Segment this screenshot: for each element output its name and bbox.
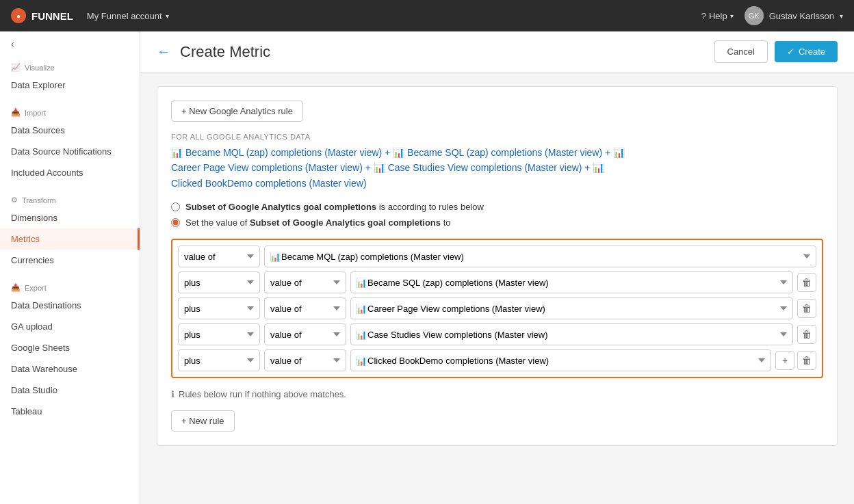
metric-select-5[interactable]: Clicked BookDemo completions (Master vie… <box>350 349 771 371</box>
sidebar-item-label: Tableau <box>11 406 42 416</box>
topnav: ● FUNNEL My Funnel account ▾ ? Help ▾ GK… <box>0 0 854 31</box>
new-ga-rule-button[interactable]: + New Google Analytics rule <box>171 101 303 122</box>
metric-wrapper-5: 📊 Clicked BookDemo completions (Master v… <box>350 349 771 371</box>
sidebar-item-label: Data Sources <box>11 125 65 135</box>
help-caret-icon: ▾ <box>730 12 734 20</box>
radio-subset-label: Subset of Google Analytics goal completi… <box>185 202 484 212</box>
user-menu[interactable]: GK Gustav Karlsson ▾ <box>745 6 843 25</box>
add-row-button[interactable]: + <box>775 351 794 370</box>
metric-part-3: Career Page View completions (Master vie… <box>171 162 363 173</box>
create-button[interactable]: ✓ Create <box>775 41 838 62</box>
metric-part-1: Became MQL (zap) completions (Master vie… <box>185 147 382 158</box>
sidebar-item-data-explorer[interactable]: Data Explorer <box>0 75 140 96</box>
account-caret-icon: ▾ <box>166 12 169 20</box>
create-label: Create <box>799 47 825 57</box>
plus-separator-2: + <box>605 147 613 158</box>
sidebar-item-included-accounts[interactable]: Included Accounts <box>0 162 140 183</box>
chart-icon-4: 📊 <box>374 162 385 173</box>
sidebar-toggle[interactable]: ‹ <box>0 31 140 56</box>
sidebar-item-currencies[interactable]: Currencies <box>0 250 140 271</box>
help-button[interactable]: ? Help ▾ <box>701 11 734 21</box>
sidebar-item-tableau[interactable]: Tableau <box>0 401 140 422</box>
metric-part-5: Clicked BookDemo completions (Master vie… <box>171 178 367 189</box>
row-5-actions: + 🗑 <box>775 351 816 370</box>
back-button[interactable]: ← <box>157 44 170 59</box>
metric-part-2: Became SQL (zap) completions (Master vie… <box>407 147 602 158</box>
import-icon: 📥 <box>11 108 21 117</box>
content-area: + New Google Analytics rule FOR ALL GOOG… <box>140 72 854 460</box>
metric-select-1[interactable]: Became MQL (zap) completions (Master vie… <box>264 246 816 267</box>
operator-select-1[interactable]: value of <box>178 246 260 267</box>
formula-row-5: plus minus multiply by divide by value o… <box>178 349 816 371</box>
sidebar-item-label: Metrics <box>11 234 40 244</box>
topnav-right: ? Help ▾ GK Gustav Karlsson ▾ <box>701 6 843 25</box>
valof-select-4[interactable]: value of <box>264 323 346 345</box>
sidebar-item-data-source-notifications[interactable]: Data Source Notifications <box>0 141 140 162</box>
sidebar-item-data-studio[interactable]: Data Studio <box>0 380 140 401</box>
sidebar-section-export: 📤 Export <box>0 276 140 295</box>
formula-row-1: value of 📊 Became MQL (zap) completions … <box>178 246 816 267</box>
sidebar-item-metrics[interactable]: Metrics <box>0 228 140 250</box>
for-all-label: FOR ALL GOOGLE ANALYTICS DATA <box>171 133 823 141</box>
account-label: My Funnel account <box>87 11 162 21</box>
visualize-icon: 📈 <box>11 63 21 72</box>
info-text: Rules below run if nothing above matches… <box>179 389 346 399</box>
sidebar-item-label: Data Destinations <box>11 300 81 310</box>
valof-select-3[interactable]: value of <box>264 297 346 319</box>
delete-row-3-button[interactable]: 🗑 <box>797 299 816 318</box>
account-menu[interactable]: My Funnel account ▾ <box>87 11 169 21</box>
metric-select-4[interactable]: Case Studies View completions (Master vi… <box>350 323 793 345</box>
topnav-left: ● FUNNEL My Funnel account ▾ <box>11 8 169 23</box>
formula-row-3: plus minus multiply by divide by value o… <box>178 297 816 319</box>
operator-select-5[interactable]: plus minus multiply by divide by <box>178 349 260 371</box>
valof-select-5[interactable]: value of <box>264 349 346 371</box>
sidebar: ‹ 📈 Visualize Data Explorer 📥 Import Dat… <box>0 31 140 504</box>
sidebar-section-transform: ⚙ Transform <box>0 189 140 207</box>
new-rule-button[interactable]: + New rule <box>171 410 235 432</box>
sidebar-item-label: Data Studio <box>11 385 57 395</box>
chart-icon-3: 📊 <box>613 147 625 158</box>
operator-select-2[interactable]: plus minus multiply by divide by <box>178 271 260 293</box>
chart-icon-5: 📊 <box>593 162 604 173</box>
valof-select-2[interactable]: value of <box>264 271 346 293</box>
help-label: Help <box>709 11 727 21</box>
metric-description: 📊 Became MQL (zap) completions (Master v… <box>171 145 823 191</box>
formula-row-4: plus minus multiply by divide by value o… <box>178 323 816 345</box>
radio-subset[interactable] <box>171 202 180 211</box>
metric-select-3[interactable]: Career Page View completions (Master vie… <box>350 297 793 319</box>
sidebar-item-google-sheets[interactable]: Google Sheets <box>0 337 140 358</box>
cancel-button[interactable]: Cancel <box>714 40 768 63</box>
metric-part-4: Case Studies View completions (Master vi… <box>388 162 582 173</box>
metric-select-2[interactable]: Became SQL (zap) completions (Master vie… <box>350 271 793 293</box>
sidebar-item-label: GA upload <box>11 321 53 332</box>
delete-row-4-button[interactable]: 🗑 <box>797 325 816 344</box>
delete-row-2-button[interactable]: 🗑 <box>797 273 816 292</box>
operator-select-3[interactable]: plus minus multiply by divide by <box>178 297 260 319</box>
radio-row-subset: Subset of Google Analytics goal completi… <box>171 202 823 212</box>
plus-separator-3: + <box>365 162 374 173</box>
radio-set-value[interactable] <box>171 218 180 227</box>
logo-text: FUNNEL <box>31 10 73 22</box>
logo-icon: ● <box>11 8 26 23</box>
row-2-actions: 🗑 <box>797 273 816 292</box>
main-content: ← Create Metric Cancel ✓ Create + New Go… <box>140 31 854 504</box>
operator-select-4[interactable]: plus minus multiply by divide by <box>178 323 260 345</box>
sidebar-item-data-destinations[interactable]: Data Destinations <box>0 295 140 316</box>
metric-wrapper-2: 📊 Became SQL (zap) completions (Master v… <box>350 271 793 293</box>
chart-icon-2: 📊 <box>393 147 404 158</box>
info-row: ℹ Rules below run if nothing above match… <box>171 389 823 399</box>
info-icon: ℹ <box>171 389 174 399</box>
delete-row-5-button[interactable]: 🗑 <box>797 351 816 370</box>
radio-row-set-value: Set the value of Subset of Google Analyt… <box>171 217 823 228</box>
plus-separator-1: + <box>385 147 393 158</box>
sidebar-section-visualize: 📈 Visualize <box>0 56 140 75</box>
row-3-actions: 🗑 <box>797 299 816 318</box>
sidebar-item-data-sources[interactable]: Data Sources <box>0 120 140 141</box>
sidebar-item-data-warehouse[interactable]: Data Warehouse <box>0 358 140 380</box>
page-header: ← Create Metric Cancel ✓ Create <box>140 31 854 72</box>
user-caret-icon: ▾ <box>840 12 843 20</box>
sidebar-item-dimensions[interactable]: Dimensions <box>0 207 140 228</box>
sidebar-item-ga-upload[interactable]: GA upload <box>0 316 140 337</box>
import-label: Import <box>25 109 46 117</box>
layout: ‹ 📈 Visualize Data Explorer 📥 Import Dat… <box>0 31 854 504</box>
